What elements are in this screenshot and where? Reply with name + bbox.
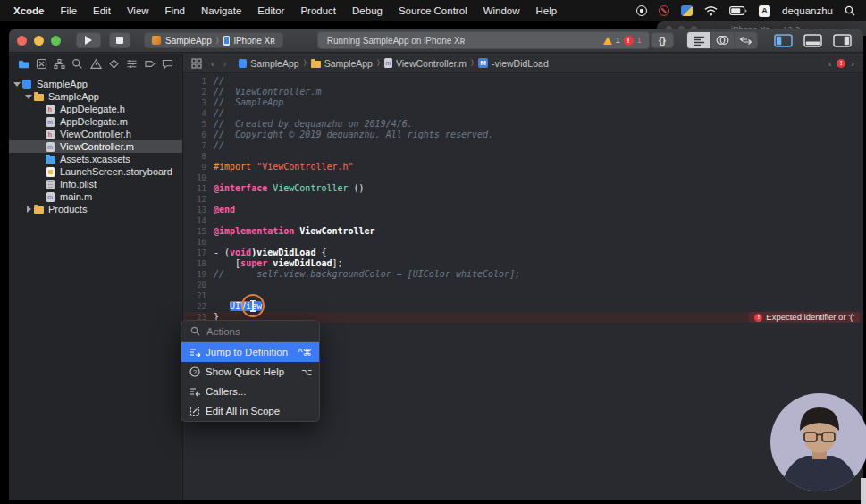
menu-find[interactable]: Find [157, 5, 193, 16]
menu-item-label: Edit All in Scope [206, 406, 312, 416]
code-line-1[interactable]: 1// [183, 76, 863, 87]
navigator-tab-project-icon[interactable] [18, 58, 29, 70]
breadcrumb-item[interactable]: SampleApp [311, 58, 373, 69]
code-line-3[interactable]: 3// SampleApp [183, 97, 863, 108]
menu-xcode[interactable]: Xcode [5, 5, 53, 16]
code-line-9[interactable]: 9#import "ViewController.h" [183, 162, 863, 172]
navigator-tab-source-control-icon[interactable] [36, 58, 47, 70]
menu-item-edit-all-in-scope[interactable]: Edit All in Scope [181, 401, 319, 421]
actions-search-field[interactable]: Actions [181, 321, 319, 342]
toggle-inspector-button[interactable] [831, 32, 853, 48]
menu-source-control[interactable]: Source Control [391, 5, 475, 16]
issue-error-icon[interactable]: ! [837, 59, 845, 68]
back-chevron[interactable]: ‹ [211, 58, 214, 69]
code-line-21[interactable]: 21 [183, 290, 863, 301]
disclosure-triangle[interactable] [24, 95, 33, 99]
text-cursor-icon [252, 301, 254, 311]
stop-button[interactable] [109, 32, 130, 48]
menu-view[interactable]: View [119, 5, 157, 16]
toggle-navigator-button[interactable] [772, 32, 794, 48]
code-line-11[interactable]: 11@interface ViewController () [183, 183, 863, 194]
menu-help[interactable]: Help [528, 5, 566, 16]
standard-editor-button[interactable] [687, 32, 710, 48]
do-not-disturb-icon[interactable] [659, 5, 669, 16]
code-line-5[interactable]: 5// Created by dequanzhu on 2019/4/6. [183, 119, 863, 130]
file-row-assets-xcassets[interactable]: Assets.xcassets [9, 153, 182, 165]
file-row-appdelegate-m[interactable]: mAppDelegate.m [9, 115, 182, 128]
code-line-2[interactable]: 2// ViewController.m [183, 87, 863, 97]
wifi-icon[interactable] [704, 6, 718, 16]
navigator-tab-breakpoints-icon[interactable] [144, 58, 156, 70]
navigator-tab-debug-icon[interactable] [126, 58, 138, 70]
file-label: AppDelegate.h [60, 104, 125, 114]
previous-issue-chevron[interactable]: ‹ [828, 58, 832, 69]
file-row-sampleapp[interactable]: SampleApp [9, 78, 182, 90]
code-line-22[interactable]: 22 UIView [183, 301, 863, 312]
code-line-15[interactable]: 15@implementation ViewController [183, 226, 863, 237]
file-row-viewcontroller-h[interactable]: hViewController.h [9, 128, 182, 140]
spotlight-icon[interactable] [845, 5, 855, 16]
breadcrumb-item[interactable]: mViewController.m [384, 58, 467, 69]
next-issue-chevron[interactable]: › [851, 58, 854, 69]
battery-icon[interactable] [729, 6, 747, 15]
input-source-icon[interactable]: A [759, 5, 770, 17]
run-button[interactable] [76, 32, 101, 48]
file-row-viewcontroller-m[interactable]: mViewController.m [9, 140, 182, 153]
code-line-13[interactable]: 13@end [183, 205, 863, 215]
zoom-button[interactable] [51, 36, 61, 46]
source-editor[interactable]: ‹ › SampleApp〉SampleApp〉mViewController.… [183, 54, 863, 500]
code-line-18[interactable]: 18 [super viewDidLoad]; [183, 258, 863, 269]
breadcrumb-item[interactable]: SampleApp [239, 58, 298, 69]
navigator-tab-find-icon[interactable] [71, 58, 83, 70]
version-editor-button[interactable] [734, 32, 757, 48]
code-line-10[interactable]: 10 [183, 172, 863, 183]
menu-edit[interactable]: Edit [85, 5, 119, 16]
file-row-appdelegate-h[interactable]: hAppDelegate.h [9, 103, 182, 115]
code-line-7[interactable]: 7// [183, 140, 863, 151]
assistant-editor-button[interactable] [710, 32, 734, 48]
menu-item-callers-[interactable]: Callers... [181, 382, 319, 401]
minimize-button[interactable] [34, 36, 44, 46]
menu-window[interactable]: Window [475, 5, 528, 16]
code-line-19[interactable]: 19// self.view.backgroundColor = [UIColo… [183, 269, 863, 280]
toggle-debug-area-button[interactable] [802, 32, 823, 48]
navigator-tab-reports-icon[interactable] [162, 58, 173, 70]
menu-item-show-quick-help[interactable]: ?Show Quick Help⌥ [181, 362, 319, 382]
menu-product[interactable]: Product [292, 5, 344, 16]
menu-debug[interactable]: Debug [344, 5, 391, 16]
code-line-20[interactable]: 20 [183, 280, 863, 290]
screen-record-icon[interactable] [636, 5, 647, 16]
disclosure-triangle[interactable] [24, 206, 33, 213]
code-line-6[interactable]: 6// Copyright © 2019 dequanzhu. All righ… [183, 130, 863, 140]
menu-file[interactable]: File [53, 5, 86, 16]
code-line-16[interactable]: 16 [183, 237, 863, 248]
file-row-info-plist[interactable]: Info.plist [9, 178, 182, 190]
related-items-icon[interactable] [191, 58, 202, 69]
code-line-4[interactable]: 4// [183, 108, 863, 119]
code-area[interactable]: 1//2// ViewController.m3// SampleApp4//5… [183, 73, 863, 500]
navigator-tab-issues-icon[interactable] [90, 58, 102, 70]
disclosure-triangle[interactable] [13, 82, 21, 87]
menu-navigate[interactable]: Navigate [193, 5, 249, 16]
file-row-products[interactable]: Products [9, 203, 182, 215]
issue-badges[interactable]: 1 ! 1 [603, 36, 649, 46]
inline-error-annotation[interactable]: !Expected identifier or '(' [749, 312, 860, 323]
navigator-tab-tests-icon[interactable] [108, 58, 120, 70]
breadcrumb-item[interactable]: M-viewDidLoad [478, 58, 549, 69]
code-line-8[interactable]: 8 [183, 151, 863, 162]
navigator-tab-symbols-icon[interactable] [54, 58, 65, 70]
menu-bar-username[interactable]: dequanzhu [782, 5, 833, 16]
file-row-main-m[interactable]: mmain.m [9, 190, 182, 203]
code-line-17[interactable]: 17- (void)viewDidLoad { [183, 248, 863, 258]
code-snippet-button[interactable]: {} [651, 32, 674, 48]
scheme-selector[interactable]: SampleApp 〉 iPhone Xʀ [144, 32, 283, 48]
code-line-12[interactable]: 12 [183, 194, 863, 205]
menu-item-jump-to-definition[interactable]: Jump to Definition^⌘ [181, 342, 319, 362]
file-row-launchscreen-storyboard[interactable]: LaunchScreen.storyboard [9, 165, 182, 178]
file-row-sampleapp[interactable]: SampleApp [9, 90, 182, 103]
menu-editor[interactable]: Editor [249, 5, 292, 16]
close-button[interactable] [17, 36, 27, 46]
forward-chevron[interactable]: › [223, 58, 227, 69]
code-line-14[interactable]: 14 [183, 215, 863, 226]
display-icon[interactable] [681, 5, 693, 16]
